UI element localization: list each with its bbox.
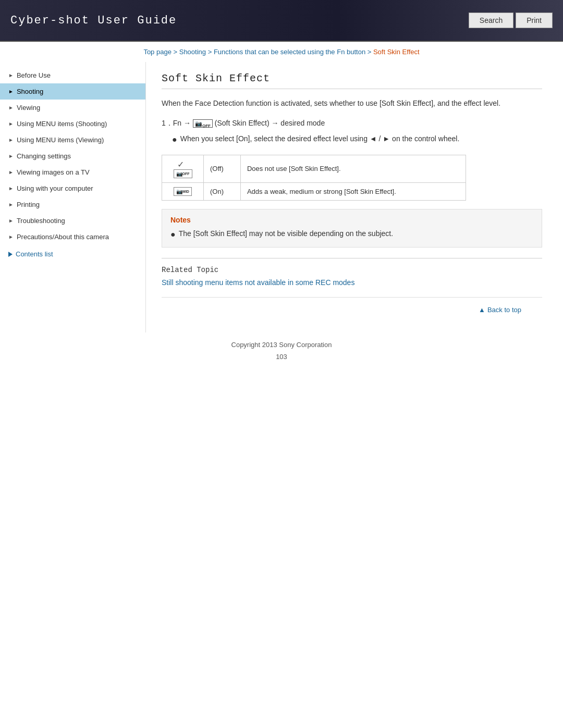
breadcrumb-top[interactable]: Top page [143, 48, 172, 56]
sidebar-label: Viewing images on a TV [17, 168, 90, 176]
arrow-icon: ► [8, 121, 14, 127]
table-row: 📷MID (On) Adds a weak, medium or strong … [162, 182, 466, 200]
breadcrumb-fn[interactable]: Functions that can be selected using the… [214, 48, 365, 56]
table-cell-icon2: 📷MID [162, 182, 204, 200]
sidebar-item-menu-viewing[interactable]: ► Using MENU items (Viewing) [0, 132, 145, 148]
sidebar-item-viewing[interactable]: ► Viewing [0, 100, 145, 116]
sidebar-item-before-use[interactable]: ► Before Use [0, 67, 145, 83]
breadcrumb: Top page > Shooting > Functions that can… [0, 42, 563, 62]
related-topic-section: Related Topic Still shooting menu items … [162, 258, 542, 287]
copyright-text: Copyright 2013 Sony Corporation [8, 341, 555, 349]
sidebar-item-menu-shooting[interactable]: ► Using MENU items (Shooting) [0, 116, 145, 132]
sidebar-label: Using MENU items (Viewing) [17, 136, 104, 144]
table-cell-desc2: Adds a weak, medium or strong [Soft Skin… [240, 182, 466, 200]
sidebar-item-shooting[interactable]: ► Shooting [0, 83, 145, 100]
arrow-icon: ► [8, 202, 14, 207]
content-area: Soft Skin Effect When the Face Detection… [146, 62, 563, 332]
sidebar-label: Using MENU items (Shooting) [17, 120, 107, 128]
back-to-top-link[interactable]: ▲ Back to top [479, 306, 521, 314]
search-button[interactable]: Search [469, 13, 513, 28]
triangle-up-icon: ▲ [479, 306, 485, 314]
sidebar-item-viewing-tv[interactable]: ► Viewing images on a TV [0, 164, 145, 180]
table-cell-label1: (Off) [204, 155, 241, 182]
sidebar: ► Before Use ► Shooting ► Viewing ► Usin… [0, 62, 146, 332]
table-cell-icon1: ✓ 📷OFF [162, 155, 204, 182]
step1-bullet: ● When you select [On], select the desir… [172, 133, 542, 146]
breadcrumb-current: Soft Skin Effect [373, 48, 420, 56]
mid-icon: 📷MID [174, 187, 192, 196]
notes-text: The [Soft Skin Effect] may not be visibl… [179, 228, 393, 239]
table-cell-label2: (On) [204, 182, 241, 200]
back-to-top-label: Back to top [487, 306, 521, 314]
effect-table: ✓ 📷OFF (Off) Does not use [Soft Skin Eff… [162, 155, 466, 201]
arrow-right-icon [8, 252, 13, 257]
breadcrumb-shooting[interactable]: Shooting [179, 48, 206, 56]
sidebar-label: Precautions/About this camera [17, 233, 109, 241]
step1: 1．Fn → 📷OFF (Soft Skin Effect) → desired… [162, 117, 542, 146]
arrow-icon: ► [8, 169, 14, 175]
main-layout: ► Before Use ► Shooting ► Viewing ► Usin… [0, 62, 563, 332]
notes-section: Notes ● The [Soft Skin Effect] may not b… [162, 209, 542, 248]
table-row: ✓ 📷OFF (Off) Does not use [Soft Skin Eff… [162, 155, 466, 182]
sidebar-label: Troubleshooting [17, 217, 65, 225]
arrow-icon: ► [8, 186, 14, 191]
off-icon: 📷OFF [174, 169, 192, 178]
page-number: 103 [8, 353, 555, 361]
sidebar-label: Before Use [17, 71, 51, 79]
step1-bullet-text: When you select [On], select the desired… [180, 133, 460, 144]
contents-list-link[interactable]: Contents list [0, 245, 145, 263]
checkmark-icon: ✓ [177, 160, 184, 169]
sidebar-item-troubleshooting[interactable]: ► Troubleshooting [0, 213, 145, 229]
arrow-icon: ► [8, 105, 14, 110]
site-title: Cyber-shot User Guide [10, 14, 177, 27]
sidebar-label: Shooting [17, 88, 43, 95]
sidebar-item-precautions[interactable]: ► Precautions/About this camera [0, 229, 145, 245]
sidebar-label: Printing [17, 201, 40, 208]
back-to-top-row: ▲ Back to top [162, 297, 542, 322]
arrow-icon: ► [8, 137, 14, 143]
sidebar-item-printing[interactable]: ► Printing [0, 196, 145, 213]
header-buttons: Search Print [469, 13, 553, 28]
notes-bullet-icon: ● [170, 228, 176, 241]
arrow-icon: ► [8, 153, 14, 159]
arrow-icon: ► [8, 72, 14, 78]
table-cell-desc1: Does not use [Soft Skin Effect]. [240, 155, 466, 182]
sidebar-item-changing-settings[interactable]: ► Changing settings [0, 148, 145, 164]
arrow-icon: ► [8, 218, 14, 224]
intro-text: When the Face Detection function is acti… [162, 97, 542, 109]
bullet-icon: ● [172, 133, 177, 146]
header: Cyber-shot User Guide Search Print [0, 0, 563, 42]
arrow-icon: ► [8, 234, 14, 240]
sidebar-item-computer[interactable]: ► Using with your computer [0, 180, 145, 196]
footer: Copyright 2013 Sony Corporation 103 [0, 332, 563, 369]
arrow-icon: ► [8, 89, 14, 94]
page-title: Soft Skin Effect [162, 72, 542, 89]
notes-item: ● The [Soft Skin Effect] may not be visi… [170, 228, 533, 241]
sidebar-label: Changing settings [17, 152, 71, 160]
sidebar-label: Using with your computer [17, 184, 93, 192]
contents-link-label: Contents list [16, 250, 53, 258]
print-button[interactable]: Print [516, 13, 553, 28]
related-topic-title: Related Topic [162, 266, 542, 274]
step1-text: 1．Fn → 📷OFF (Soft Skin Effect) → desired… [162, 119, 325, 127]
related-topic-link[interactable]: Still shooting menu items not available … [162, 278, 354, 287]
sidebar-label: Viewing [17, 104, 40, 112]
notes-title: Notes [170, 216, 533, 224]
